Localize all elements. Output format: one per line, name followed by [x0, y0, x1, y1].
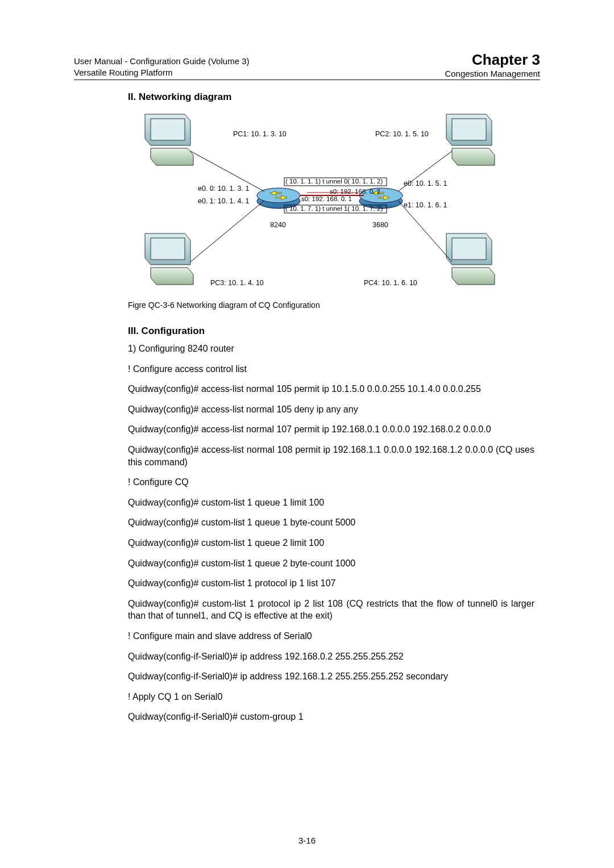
lbl-rtr-right: 3680 [372, 221, 388, 229]
line-18: Quidway(config-if-Serial0)# custom-group… [128, 711, 534, 723]
lbl-e1r: e1: 10. 1. 6. 1 [404, 201, 447, 209]
figure-caption: Figre QC-3-6 Networking diagram of CQ Co… [128, 301, 540, 310]
svg-rect-10 [452, 238, 486, 260]
header-left-line2: Versatile Routing Platform [74, 67, 249, 78]
lbl-s0-bot: s0: 192. 168. 0. 1 [301, 195, 352, 202]
chapter-title: Chapter 3 [445, 51, 540, 69]
svg-marker-5 [452, 148, 495, 165]
line-13: Quidway(config)# custom-list 1 protocol … [128, 598, 534, 622]
lbl-pc4: PC4: 10. 1. 6. 10 [364, 279, 417, 287]
line-17: ! Apply CQ 1 on Serial0 [128, 691, 534, 703]
lbl-e00: e0. 0: 10. 1. 3. 1 [198, 185, 249, 193]
line-14: ! Configure main and slave address of Se… [128, 630, 534, 642]
svg-marker-2 [151, 148, 193, 165]
svg-rect-4 [452, 119, 486, 140]
lbl-s0-top: s0: 192. 168. 0. 2 [330, 188, 380, 195]
chapter-subtitle: Congestion Management [445, 69, 540, 78]
header-left-line1: User Manual - Configuration Guide (Volum… [74, 56, 249, 67]
lbl-tunnel1: ( 10. 1. 7. 1) t unnel 1( 10. 1. 7. 2) [285, 205, 383, 212]
line-1: 1) Configuring 8240 router [128, 343, 534, 355]
svg-line-23 [398, 201, 452, 262]
line-3: Quidway(config)# access-list normal 105 … [128, 383, 534, 395]
svg-point-13 [257, 188, 300, 203]
lbl-rtr-left: 8240 [270, 221, 286, 229]
line-5: Quidway(config)# access-list normal 107 … [128, 423, 534, 436]
lbl-pc2: PC2: 10. 1. 5. 10 [375, 130, 429, 138]
line-9: Quidway(config)# custom-list 1 queue 1 b… [128, 516, 534, 529]
line-15: Quidway(config-if-Serial0)# ip address 1… [128, 650, 534, 663]
section-heading-config: III. Configuration [128, 326, 540, 337]
line-16: Quidway(config-if-Serial0)# ip address 1… [128, 670, 534, 683]
page-number: 3-16 [0, 836, 614, 845]
svg-marker-11 [452, 268, 495, 285]
lbl-e01: e0. 1: 10. 1. 4. 1 [198, 197, 249, 205]
svg-marker-8 [151, 268, 193, 285]
line-7: ! Configure CQ [128, 476, 534, 489]
lbl-pc3: PC3: 10. 1. 4. 10 [210, 279, 264, 287]
svg-rect-1 [151, 119, 185, 140]
line-10: Quidway(config)# custom-list 1 queue 2 l… [128, 537, 534, 549]
page-header: User Manual - Configuration Guide (Volum… [74, 51, 540, 80]
line-6: Quidway(config)# access-list normal 108 … [128, 444, 534, 468]
line-8: Quidway(config)# custom-list 1 queue 1 l… [128, 496, 534, 509]
line-2: ! Configure access control list [128, 363, 534, 375]
lbl-tunnel0: ( 10. 1. 1. 1) t unnel 0( 10. 1. 1. 2) [285, 178, 383, 185]
lbl-pc1: PC1: 10. 1. 3. 10 [233, 130, 287, 138]
body-text: 1) Configuring 8240 router ! Configure a… [128, 343, 534, 723]
svg-line-21 [190, 201, 264, 262]
network-diagram: PC1: 10. 1. 3. 10 PC2: 10. 1. 5. 10 PC3:… [136, 108, 500, 296]
svg-rect-7 [151, 238, 185, 260]
line-12: Quidway(config)# custom-list 1 protocol … [128, 577, 534, 590]
section-heading-diagram: II. Networking diagram [128, 91, 540, 103]
line-4: Quidway(config)# access-list normal 105 … [128, 403, 534, 416]
lbl-e0r: e0: 10. 1. 5. 1 [404, 180, 447, 187]
line-11: Quidway(config)# custom-list 1 queue 2 b… [128, 557, 534, 570]
